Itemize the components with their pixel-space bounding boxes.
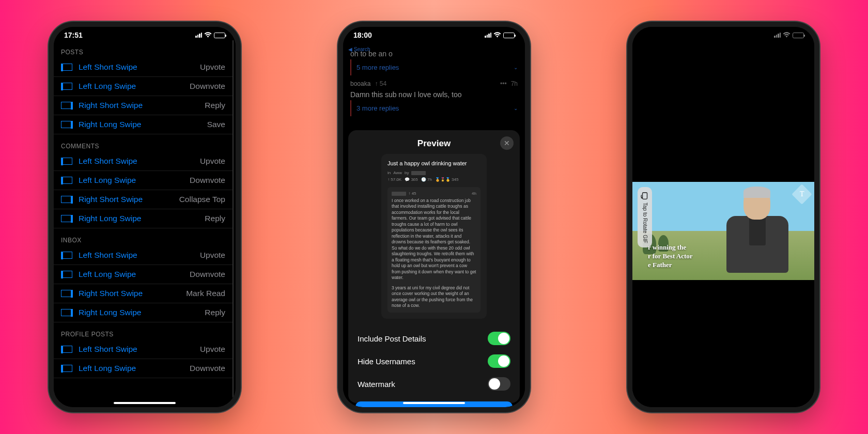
swipe-right-icon <box>61 102 72 109</box>
row-value: Upvote <box>200 345 225 354</box>
swipe-right-icon <box>61 290 72 297</box>
wifi-icon <box>783 31 791 39</box>
row-label: Left Long Swipe <box>79 82 136 91</box>
more-replies-link[interactable]: 5 more replies⌄ <box>350 59 518 75</box>
swipe-setting-row[interactable]: Left Short SwipeUpvote <box>54 340 233 359</box>
toggle-label: Watermark <box>358 380 395 389</box>
home-indicator[interactable] <box>403 402 465 404</box>
bg-username[interactable]: booaka <box>350 80 370 87</box>
signal-icon <box>485 33 491 38</box>
swipe-setting-row[interactable]: Left Long SwipeDownvote <box>54 77 233 96</box>
swipe-left-icon <box>61 64 72 71</box>
wifi-icon <box>204 31 212 39</box>
back-to-search[interactable]: ◀ Search <box>348 47 370 52</box>
row-value: Collapse Top <box>179 195 225 204</box>
swipe-setting-row[interactable]: Right Short SwipeCollapse Top <box>54 190 233 209</box>
row-value: Downvote <box>190 82 225 91</box>
swipe-left-icon <box>61 177 72 184</box>
swipe-setting-row[interactable]: Left Short SwipeUpvote <box>54 246 233 265</box>
comment-body: I once worked on a road construction job… <box>392 198 476 281</box>
row-label: Right Long Swipe <box>79 214 142 223</box>
close-button[interactable]: ✕ <box>500 136 514 150</box>
rotate-icon <box>640 191 649 200</box>
row-value: Upvote <box>200 63 225 72</box>
preview-sheet: Preview ✕ Just a happy owl drinking wate… <box>348 130 520 403</box>
row-label: Right Short Swipe <box>79 289 143 298</box>
swipe-right-icon <box>61 196 72 203</box>
toggle-row: Include Post Details <box>355 327 513 350</box>
row-value: Mark Read <box>186 289 225 298</box>
row-label: Left Long Swipe <box>79 270 136 279</box>
battery-icon <box>503 33 515 38</box>
swipe-setting-row[interactable]: Left Long SwipeDownvote <box>54 359 233 378</box>
row-label: Left Long Swipe <box>79 364 136 373</box>
notch <box>393 27 475 40</box>
redacted-username <box>411 171 426 175</box>
toggle-switch[interactable] <box>488 332 510 345</box>
notch <box>103 27 186 40</box>
chevron-down-icon: ⌄ <box>514 105 518 111</box>
status-time: 17:51 <box>64 31 83 39</box>
preview-comment: ↑ 45 4h I once worked on a road construc… <box>388 187 481 313</box>
swipe-right-icon <box>61 121 72 128</box>
battery-icon <box>793 33 804 38</box>
row-value: Reply <box>205 308 225 317</box>
swipe-setting-row[interactable]: Left Long SwipeDownvote <box>54 265 233 284</box>
swipe-setting-row[interactable]: Right Long SwipeSave <box>54 115 233 134</box>
row-label: Left Short Swipe <box>79 345 137 354</box>
swipe-setting-row[interactable]: Right Short SwipeReply <box>54 96 233 115</box>
phone-settings: 17:51 POSTSLeft Short SwipeUpvoteLeft Lo… <box>49 22 241 412</box>
home-indicator[interactable] <box>114 402 176 404</box>
more-replies-link[interactable]: 3 more replies⌄ <box>350 100 518 116</box>
comment-body: 3 years at uni for my civil degree did n… <box>392 285 476 309</box>
swipe-left-icon <box>61 346 72 353</box>
row-label: Right Short Swipe <box>79 195 143 204</box>
battery-icon <box>214 33 225 38</box>
rotate-gif-button[interactable]: Tap to Rotate GIF <box>638 187 652 247</box>
swipe-setting-row[interactable]: Left Short SwipeUpvote <box>54 58 233 77</box>
video-caption: r winning the r for Best Actor e Father <box>648 243 693 270</box>
toggle-switch[interactable] <box>488 354 510 368</box>
swipe-setting-row[interactable]: Left Long SwipeDownvote <box>54 171 233 190</box>
signal-icon <box>774 33 781 38</box>
row-label: Left Short Swipe <box>79 157 137 166</box>
bg-comment-meta: booaka ↑ 54 ••• 7h <box>350 77 518 90</box>
swipe-setting-row[interactable]: Right Short SwipeMark Read <box>54 284 233 303</box>
video-frame[interactable]: Tap to Rotate GIF T r winning the r for … <box>632 182 814 280</box>
sheet-title: Preview <box>355 137 513 154</box>
swipe-setting-row[interactable]: Left Short SwipeUpvote <box>54 152 233 171</box>
redacted-username <box>392 192 406 196</box>
row-label: Left Short Swipe <box>79 63 137 72</box>
toggle-switch[interactable] <box>488 377 510 391</box>
row-value: Downvote <box>190 364 225 373</box>
swipe-left-icon <box>61 252 72 259</box>
row-label: Right Short Swipe <box>79 101 143 110</box>
swipe-setting-row[interactable]: Right Long SwipeReply <box>54 303 233 322</box>
chevron-down-icon: ⌄ <box>514 65 518 70</box>
settings-list[interactable]: POSTSLeft Short SwipeUpvoteLeft Long Swi… <box>54 40 234 405</box>
toggle-row: Watermark <box>355 373 513 395</box>
toggle-label: Include Post Details <box>358 334 426 343</box>
row-value: Downvote <box>190 270 225 279</box>
row-label: Right Long Swipe <box>79 308 142 317</box>
section-header: POSTS <box>54 40 233 58</box>
signal-icon <box>195 33 202 38</box>
row-value: Upvote <box>200 251 225 260</box>
section-header: INBOX <box>54 228 233 246</box>
row-value: Save <box>207 120 225 129</box>
bg-text: oh to be an o <box>350 50 518 58</box>
row-value: Reply <box>205 101 225 110</box>
phone-share-preview: 18:00 ◀ Search oh to be an o 5 more repl… <box>338 22 530 412</box>
swipe-setting-row[interactable]: Right Long SwipeReply <box>54 209 233 228</box>
preview-stats: ↑ 57.0K 💬 365 🕐 7h 🏅🎖️🥇 345 <box>388 177 481 182</box>
toggle-row: Hide Usernames <box>355 350 513 373</box>
row-label: Right Long Swipe <box>79 120 142 129</box>
row-value: Upvote <box>200 157 225 166</box>
status-time: 18:00 <box>353 31 372 39</box>
section-header: COMMENTS <box>54 134 233 152</box>
swipe-left-icon <box>61 271 72 278</box>
swipe-left-icon <box>61 365 72 372</box>
notch <box>682 27 765 40</box>
preview-post-title: Just a happy owl drinking water <box>388 160 481 166</box>
toggle-label: Hide Usernames <box>358 357 415 366</box>
